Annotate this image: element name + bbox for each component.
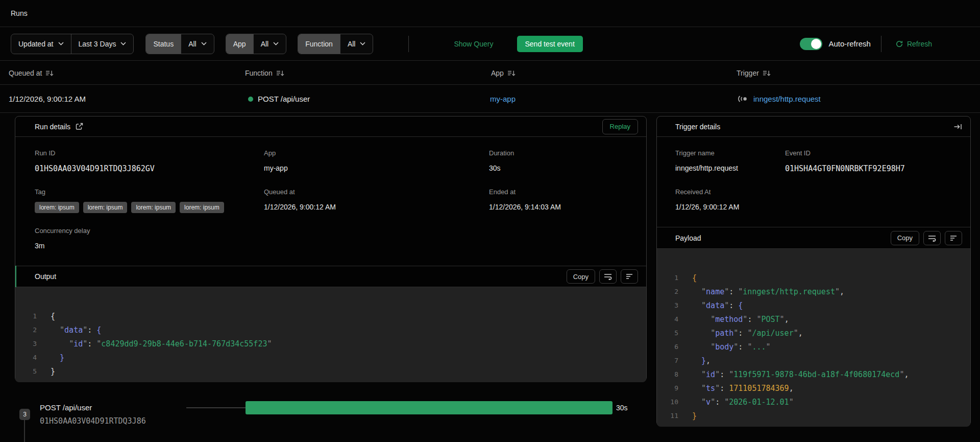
code-line: 4 } (15, 351, 646, 364)
sort-icon (276, 69, 284, 77)
webhook-event-icon (738, 95, 749, 103)
field-trigger-name: Trigger name inngest/http.request (675, 149, 738, 172)
filter-bar: Updated at Last 3 Days Status All App Al… (0, 27, 980, 61)
external-link-icon[interactable] (76, 123, 83, 130)
code-line: 1{ (657, 271, 970, 285)
refresh-cluster: Auto-refresh Refresh (800, 36, 980, 52)
ended-at-value: 1/12/2026, 9:14:03 AM (489, 203, 561, 211)
code-line: 8 "id": "119f5971-9878-46bd-a18f-4f06801… (657, 367, 970, 381)
cell-function[interactable]: POST /api/user (248, 85, 310, 113)
field-label: Event ID (785, 149, 905, 157)
time-range-dropdown[interactable]: Last 3 Days (71, 34, 134, 54)
replay-button[interactable]: Replay (602, 119, 638, 134)
output-header: Output Copy (15, 266, 646, 287)
chevron-down-icon (201, 42, 207, 45)
column-header-function[interactable]: Function (245, 61, 284, 85)
refresh-button[interactable]: Refresh (893, 39, 935, 49)
field-queued-at: Queued at 1/12/2026, 9:00:12 AM (264, 188, 336, 211)
send-test-event-button[interactable]: Send test event (517, 36, 583, 52)
tag-chip: lorem: ipsum (131, 202, 176, 213)
show-query-button[interactable]: Show Query (451, 39, 496, 49)
column-label: Queued at (9, 69, 42, 77)
status-filter-label: Status (146, 34, 181, 54)
code-line: 2 "name": "inngest/http.request", (657, 285, 970, 298)
sort-field-dropdown[interactable]: Updated at (11, 34, 71, 54)
tag-chip-list: lorem: ipsumlorem: ipsumlorem: ipsumlore… (35, 202, 224, 213)
status-filter-dropdown[interactable]: All (181, 34, 214, 54)
chevron-down-icon (58, 42, 64, 45)
copy-button[interactable]: Copy (567, 269, 595, 284)
output-title: Output (35, 272, 56, 281)
code-line: 11} (657, 409, 970, 423)
app-filter-value: All (261, 40, 269, 48)
field-label: Received At (675, 188, 739, 196)
field-label: Concurrency delay (35, 227, 90, 235)
divider (408, 36, 409, 52)
run-table-row[interactable]: 1/12/2026, 9:00:12 AM POST /api/user my-… (0, 85, 980, 113)
timeline-duration-bar[interactable] (246, 401, 612, 414)
output-code-block: 1{2 "data": {3 "id": "c8429dd9-29b8-44e6… (15, 287, 646, 382)
column-label: Trigger (737, 69, 759, 77)
field-app: App my-app (264, 149, 288, 172)
function-name: POST /api/user (258, 95, 310, 103)
column-header-app[interactable]: App (491, 61, 516, 85)
tag-chip: lorem: ipsum (83, 202, 128, 213)
payload-actions: Copy (891, 231, 962, 245)
time-filter-group: Updated at Last 3 Days (11, 34, 134, 54)
wrap-text-icon[interactable] (923, 231, 941, 245)
code-line: 1{ (15, 309, 646, 323)
runs-table-header: Queued at Function App Trigger (0, 61, 980, 85)
output-section: Output Copy 1{2 "data": {3 "id": (15, 266, 646, 287)
toggle-knob (811, 39, 821, 49)
cell-app-link[interactable]: my-app (490, 85, 516, 113)
time-range-value: Last 3 Days (79, 40, 116, 48)
function-filter-group: Function All (298, 34, 373, 54)
column-header-trigger[interactable]: Trigger (737, 61, 771, 85)
function-filter-label: Function (298, 34, 340, 54)
sort-icon (763, 69, 771, 77)
status-filter-value: All (188, 40, 197, 48)
column-header-queued-at[interactable]: Queued at (9, 61, 54, 85)
field-concurrency-delay: Concurrency delay 3m (35, 227, 90, 250)
auto-refresh-toggle[interactable] (800, 38, 822, 50)
code-line: 2 "data": { (15, 323, 646, 337)
refresh-icon (896, 40, 903, 48)
code-line: 3 "data": { (657, 298, 970, 312)
field-run-id: Run ID 01HS0AA03V04D91RTDQ3J862GV (35, 149, 155, 173)
wrap-text-icon[interactable] (599, 269, 617, 284)
app-filter-label: App (226, 34, 253, 54)
app-filter-dropdown[interactable]: All (253, 34, 286, 54)
column-label: App (491, 69, 504, 77)
timeline-connector-vertical (24, 420, 25, 442)
step-count-badge: 3 (19, 409, 30, 420)
code-line: 7 }, (657, 354, 970, 367)
field-label: Duration (489, 149, 514, 157)
trigger-name: inngest/http.request (753, 95, 821, 103)
function-filter-dropdown[interactable]: All (340, 34, 373, 54)
app-link[interactable]: my-app (264, 164, 288, 172)
code-line: 4 "method": "POST", (657, 312, 970, 326)
auto-refresh-label: Auto-refresh (828, 39, 871, 48)
top-bar: Runs (0, 0, 980, 27)
cell-trigger-link[interactable]: inngest/http.request (738, 85, 821, 113)
field-label: Tag (35, 188, 224, 196)
payload-header: Payload Copy (657, 227, 970, 249)
collapse-panel-icon[interactable] (953, 123, 962, 130)
code-line: 3 "id": "c8429dd9-29b8-44e6-b714-767d34c… (15, 337, 646, 351)
field-event-id: Event ID 01HSHA4GT0FN0NRBKTF92E98H7 (785, 149, 905, 173)
run-details-panel: Run details Replay Run ID 01HS0AA03V04D9… (15, 116, 647, 382)
sort-icon (45, 69, 54, 77)
code-line: 9 "ts": 1711051784369, (657, 381, 970, 395)
tag-chip: lorem: ipsum (180, 202, 224, 213)
payload-title: Payload (675, 234, 701, 242)
received-at-value: 1/12/26, 9:00:12 AM (675, 203, 739, 211)
field-tag: Tag lorem: ipsumlorem: ipsumlorem: ipsum… (35, 188, 224, 213)
format-align-icon[interactable] (621, 269, 638, 284)
format-align-icon[interactable] (945, 231, 962, 245)
chevron-down-icon (273, 42, 279, 45)
copy-button[interactable]: Copy (891, 231, 919, 245)
duration-value: 30s (489, 164, 514, 172)
code-line: 6 "body": "..." (657, 340, 970, 354)
cell-queued-at: 1/12/2026, 9:00:12 AM (9, 85, 86, 113)
timeline-duration-label: 30s (616, 404, 628, 412)
